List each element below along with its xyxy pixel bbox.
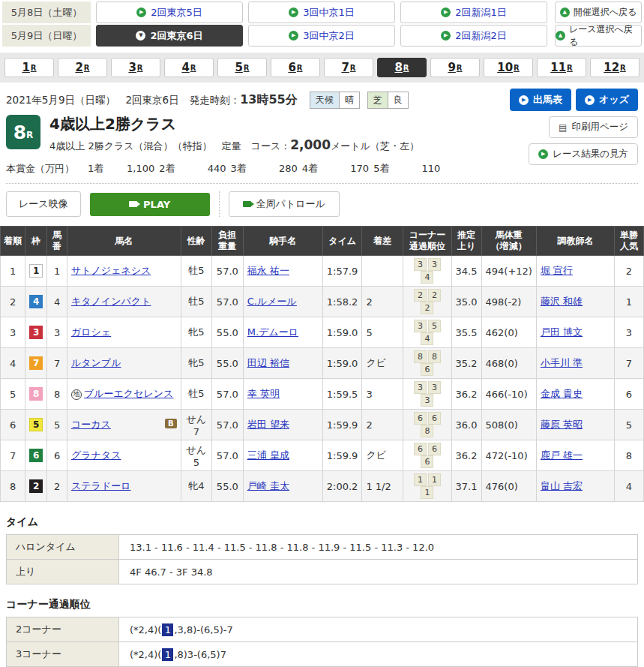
back-to-meeting-select-button[interactable]: ▲ 開催選択へ戻る [555,2,642,23]
horse-name-link[interactable]: グラナタス [71,449,121,461]
race-tab-1r[interactable]: 1R [4,58,54,77]
trainer-link[interactable]: 藤原 英昭 [541,419,583,430]
horse-name-link[interactable]: ブルーエクセレンス [84,388,173,399]
trainer-cell: 堀 宣行 [536,256,614,287]
track-label: 芝 [368,92,388,108]
horse-name-link[interactable]: ルタンブル [71,357,121,368]
weight: 57.0 [211,287,243,317]
trainer-link[interactable]: 鹿戸 雄一 [541,449,583,461]
corner-positions: 666 [403,440,451,471]
regional-horse-mark: 地 [71,389,82,400]
trainer-link[interactable]: 畠山 吉宏 [541,480,583,491]
agari-value: 4F 46.7 - 3F 34.8 [119,560,638,584]
horse-name-link[interactable]: ステラドーロ [71,480,131,491]
margin [362,256,403,287]
result-row-7: 7 6 6 グラナタス せん5 57.0 三浦 皇成 1:59.9 クビ 666… [1,440,644,471]
time: 1:57.9 [322,256,362,287]
jockey-link[interactable]: 三浦 皇成 [247,449,289,461]
race-tab-5r[interactable]: 5R [217,58,267,77]
race-tab-6r[interactable]: 6R [271,58,320,77]
sex-age: 牝5 [181,348,211,379]
jockey-cell: 田辺 裕信 [243,348,322,379]
race-tab-3r[interactable]: 3R [111,58,160,77]
trainer-cell: 藤原 英昭 [536,410,614,440]
waku-box: 3 [29,326,43,339]
horse-name-link[interactable]: サトノジェネシス [71,265,151,276]
arrow-up-icon: ▲ [560,8,570,17]
jockey-link[interactable]: 田辺 裕信 [247,357,289,368]
waku-cell: 2 [25,471,47,502]
print-page-button[interactable]: ▤ 印刷用ページ [549,116,638,138]
patrol-video-button[interactable]: 全周パトロール [229,191,340,217]
corner-positions: 333 [403,379,451,410]
odds-button[interactable]: ▶ オッズ [576,89,638,111]
trainer-link[interactable]: 戸田 博文 [541,326,583,338]
race-tab-7r[interactable]: 7R [324,58,373,77]
results-guide-button[interactable]: ▶ レース結果の見方 [529,143,638,165]
agari-label: 上り [7,560,119,584]
waku-box: 2 [29,479,43,493]
arrow-up-icon: ▲ [556,31,565,41]
waku-cell: 5 [25,410,47,440]
trainer-link[interactable]: 藤沢 和雄 [541,296,583,307]
horse-number: 8 [47,379,67,410]
col-corner: コーナー 通過順位 [403,227,451,256]
sex-age: 牝4 [181,471,211,502]
jockey-link[interactable]: 岩田 望来 [247,419,289,430]
horse-name-link[interactable]: ガロシェ [71,326,111,338]
venue-tab-tokyo-day5[interactable]: ▶ 2回東京5日 [96,2,243,23]
venue-tab-niigata-day2[interactable]: ▶ 2回新潟2日 [400,25,547,47]
play-button[interactable]: PLAY [90,193,210,216]
back-to-race-select-button[interactable]: ▲ レース選択へ戻る [555,25,642,47]
venue-tab-tokyo-day6-active[interactable]: ▼ 2回東京6日 [96,25,243,47]
col-rank: 着順 [1,227,25,256]
trainer-link[interactable]: 堀 宣行 [541,265,573,276]
trainer-link[interactable]: 小手川 準 [541,357,583,368]
jockey-link[interactable]: 福永 祐一 [247,265,289,276]
corner-section-title: コーナー通過順位 [6,598,638,611]
jockey-link[interactable]: 幸 英明 [247,388,280,399]
prize-4th: 4着170 [302,162,369,176]
weather-badge: 天候 晴 [310,92,360,109]
date-label: 5月8日（土曜） [2,2,91,23]
agari: 34.5 [451,256,481,287]
race-tab-9r[interactable]: 9R [430,58,480,77]
date-label: 5月9日（日曜） [2,25,91,47]
entries-button[interactable]: ▶ 出馬表 [510,89,571,111]
margin: 5 [362,317,403,348]
race-tab-2r[interactable]: 2R [58,58,107,77]
race-number-tabs: 1R 2R 3R 4R 5R 6R 7R 8R 9R 10R 11R 12R [0,53,644,83]
jockey-cell: M.デムーロ [243,317,322,348]
blinker-badge: B [165,419,177,428]
race-tab-8r-active[interactable]: 8R [377,58,427,77]
furlong-time-value: 13.1 - 11.6 - 11.4 - 11.5 - 11.8 - 11.8 … [119,535,638,560]
body-weight: 476(0) [481,471,536,502]
jockey-cell: 福永 祐一 [243,256,322,287]
time: 1:59.0 [322,348,362,379]
corner-positions: 668 [403,410,451,440]
race-conditions: 4歳以上 2勝クラス（混合）（特指） 定量 コース：2,000メートル（芝・左） [49,137,419,153]
horse-name-link[interactable]: コーカス [71,419,111,430]
margin: 2 [362,410,403,440]
popularity: 3 [614,317,643,348]
race-tab-4r[interactable]: 4R [164,58,214,77]
horse-number: 6 [47,440,67,471]
race-tab-10r[interactable]: 10R [484,58,533,77]
col-horse-name: 馬名 [67,227,181,256]
trainer-link[interactable]: 金成 貴史 [541,388,583,399]
margin: クビ [362,440,403,471]
highlighted-horse-number: 1 [162,623,173,636]
race-tab-11r[interactable]: 11R [537,58,586,77]
venue-tab-chukyo-day1[interactable]: ▶ 3回中京1日 [248,2,395,23]
race-tab-12r[interactable]: 12R [590,58,640,77]
agari: 36.2 [451,379,481,410]
jockey-link[interactable]: M.デムーロ [247,326,298,338]
time: 1:59.9 [322,440,362,471]
start-time-value: 13時55分 [240,92,298,108]
venue-tab-chukyo-day2[interactable]: ▶ 3回中京2日 [248,25,395,47]
jockey-link[interactable]: 戸崎 圭太 [247,480,289,491]
venue-tab-niigata-day1[interactable]: ▶ 2回新潟1日 [400,2,547,23]
jockey-link[interactable]: C.ルメール [247,296,297,307]
horse-name-link[interactable]: キタノインパクト [71,296,151,307]
race-video-button[interactable]: レース映像 [6,191,81,217]
